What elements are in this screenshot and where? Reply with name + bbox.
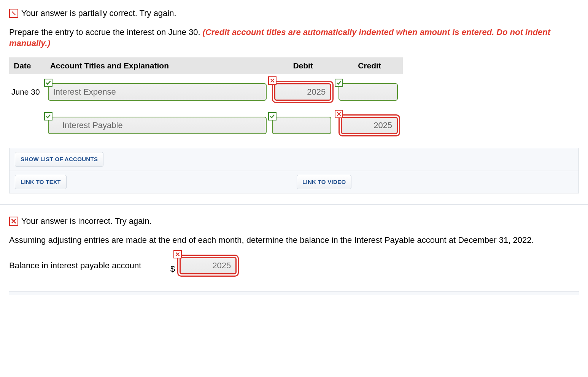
prompt-text: Prepare the entry to accrue the interest…	[9, 27, 203, 37]
links-area: SHOW LIST OF ACCOUNTS LINK TO TEXT LINK …	[9, 148, 579, 193]
question-prompt: Prepare the entry to accrue the interest…	[9, 27, 579, 49]
partial-correct-icon	[9, 9, 18, 18]
incorrect-icon	[9, 217, 18, 226]
table-row: June 30	[9, 74, 403, 108]
link-to-text-button[interactable]: LINK TO TEXT	[15, 175, 67, 189]
check-icon	[335, 79, 343, 87]
date-cell	[9, 108, 46, 141]
show-list-accounts-button[interactable]: SHOW LIST OF ACCOUNTS	[15, 152, 103, 166]
bottom-bar	[9, 291, 579, 295]
feedback-text: Your answer is incorrect. Try again.	[21, 215, 152, 227]
question-prompt: Assuming adjusting entries are made at t…	[9, 234, 579, 246]
account-title-input[interactable]	[48, 117, 267, 134]
check-icon	[44, 79, 52, 87]
col-account: Account Titles and Explanation	[46, 57, 270, 74]
x-icon	[268, 76, 277, 85]
section-divider	[0, 204, 588, 205]
section-incorrect: Your answer is incorrect. Try again. Ass…	[9, 215, 579, 295]
table-row	[9, 108, 403, 141]
currency-symbol: $	[170, 263, 175, 275]
x-icon	[173, 250, 182, 258]
feedback-line: Your answer is incorrect. Try again.	[9, 215, 579, 227]
debit-input[interactable]	[272, 117, 331, 134]
check-icon	[44, 112, 52, 120]
balance-row: Balance in interest payable account $	[9, 255, 579, 277]
link-to-video-button[interactable]: LINK TO VIDEO	[297, 175, 351, 189]
feedback-line: Your answer is partially correct. Try ag…	[9, 8, 579, 19]
col-credit: Credit	[336, 57, 403, 74]
journal-entry-table: Date Account Titles and Explanation Debi…	[9, 57, 403, 141]
account-title-input[interactable]	[48, 83, 267, 101]
check-icon	[268, 112, 277, 120]
debit-input[interactable]	[274, 83, 331, 101]
credit-input[interactable]	[338, 83, 398, 101]
balance-input[interactable]	[180, 257, 237, 274]
col-date: Date	[9, 57, 46, 74]
date-cell: June 30	[9, 74, 46, 108]
col-debit: Debit	[270, 57, 336, 74]
x-icon	[335, 110, 343, 118]
credit-input[interactable]	[341, 117, 398, 134]
feedback-text: Your answer is partially correct. Try ag…	[21, 8, 176, 19]
balance-label: Balance in interest payable account	[9, 260, 161, 271]
section-partial-correct: Your answer is partially correct. Try ag…	[9, 8, 579, 193]
